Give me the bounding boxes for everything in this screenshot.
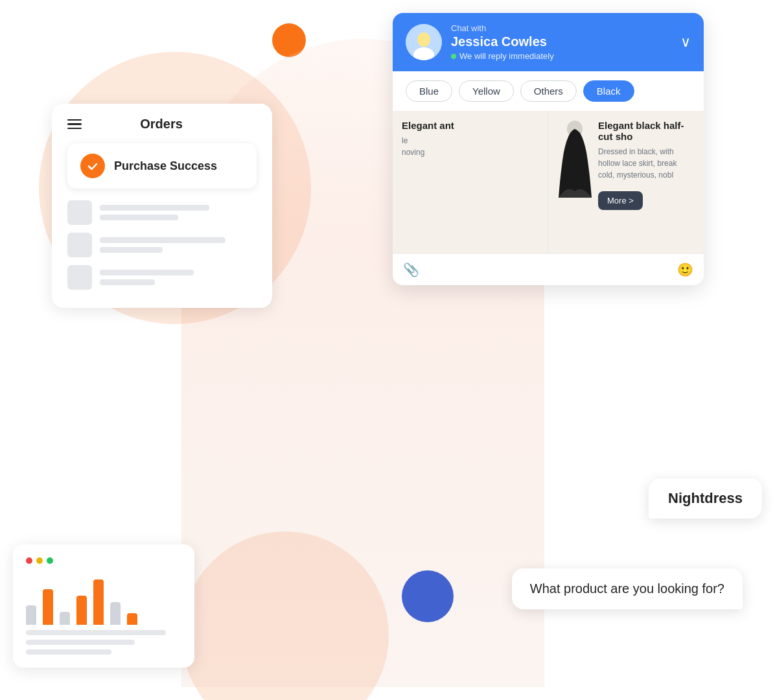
paperclip-icon[interactable]: 📎 (403, 262, 419, 277)
product-card-2-title: Elegant black half-cut sho (598, 120, 695, 142)
orders-card-header: Orders (67, 117, 257, 132)
analytics-card (13, 544, 194, 668)
product-card-1-title: Elegant ant (402, 120, 538, 131)
bg-orange-dot (272, 23, 306, 57)
skeleton-row (67, 265, 257, 290)
product-card-2: Elegant black half-cut sho Dressed in bl… (548, 111, 704, 253)
dot-green (47, 557, 53, 564)
analytics-line (26, 640, 135, 645)
skeleton-bar (100, 279, 155, 285)
analytics-lines (26, 630, 181, 655)
bg-blue-dot (402, 570, 454, 622)
skeleton-square (67, 265, 92, 290)
color-tag-black[interactable]: Black (583, 80, 634, 102)
chat-input-area: 📎 🙂 (393, 253, 704, 285)
skeleton-bar (100, 237, 226, 243)
bar-5 (93, 579, 104, 625)
bar-3 (60, 612, 70, 625)
purchase-success-text: Purchase Success (114, 159, 217, 173)
dot-red (26, 557, 32, 564)
chat-info: Chat with Jessica Cowles We will reply i… (451, 23, 671, 61)
bg-peach-bottom (181, 531, 389, 700)
dress-image (557, 120, 593, 198)
product-card-1-desc: lenoving (402, 135, 538, 158)
orders-title: Orders (140, 117, 183, 132)
skeleton-bar (100, 270, 194, 275)
hamburger-icon[interactable] (67, 119, 82, 130)
more-button[interactable]: More > (598, 191, 643, 210)
skeleton-row (67, 233, 257, 257)
skeleton-bar (100, 247, 163, 253)
orders-card: Orders Purchase Success (52, 104, 272, 308)
skeleton-bar (100, 215, 178, 220)
bar-2 (43, 589, 53, 625)
avatar-inner (406, 24, 442, 60)
skeleton-row (67, 200, 257, 225)
bar-4 (76, 596, 87, 625)
status-dot (451, 54, 456, 59)
product-card-1: Elegant ant lenoving (393, 111, 548, 253)
what-product-bubble: What product are you looking for? (512, 568, 743, 609)
bar-7 (127, 613, 137, 625)
chat-status: We will reply immediately (451, 51, 671, 61)
what-product-text: What product are you looking for? (530, 581, 724, 596)
nightdress-bubble: Nightdress (649, 478, 762, 519)
emoji-icon[interactable]: 🙂 (677, 262, 693, 277)
analytics-dots (26, 557, 181, 564)
color-tag-blue[interactable]: Blue (406, 80, 452, 102)
product-card-2-desc: Dressed in black, with hollow lace skirt… (598, 146, 695, 181)
chat-widget: Chat with Jessica Cowles We will reply i… (393, 13, 704, 285)
analytics-line (26, 630, 166, 635)
product-cards-area: Elegant ant lenoving Elegant black half-… (393, 102, 704, 253)
bar-1 (26, 605, 36, 625)
orders-skeleton (67, 200, 257, 290)
skeleton-bar (100, 205, 209, 211)
nightdress-label: Nightdress (668, 490, 743, 506)
dot-yellow (36, 557, 43, 564)
svg-point-1 (417, 32, 430, 47)
chat-header: Chat with Jessica Cowles We will reply i… (393, 13, 704, 71)
chat-agent-name: Jessica Cowles (451, 34, 671, 49)
chat-status-text: We will reply immediately (459, 51, 554, 61)
skeleton-square (67, 233, 92, 257)
purchase-success-box: Purchase Success (67, 143, 257, 189)
analytics-bars (26, 573, 181, 625)
color-tags: Blue Yellow Others Black (393, 71, 704, 102)
color-tag-yellow[interactable]: Yellow (459, 80, 514, 102)
avatar (406, 24, 442, 60)
color-tag-others[interactable]: Others (520, 80, 577, 102)
check-circle-icon (80, 154, 105, 178)
analytics-line (26, 649, 111, 655)
skeleton-square (67, 200, 92, 225)
chat-with-label: Chat with (451, 23, 671, 33)
chat-chevron-icon[interactable]: ∨ (680, 34, 691, 51)
bar-6 (110, 602, 121, 625)
